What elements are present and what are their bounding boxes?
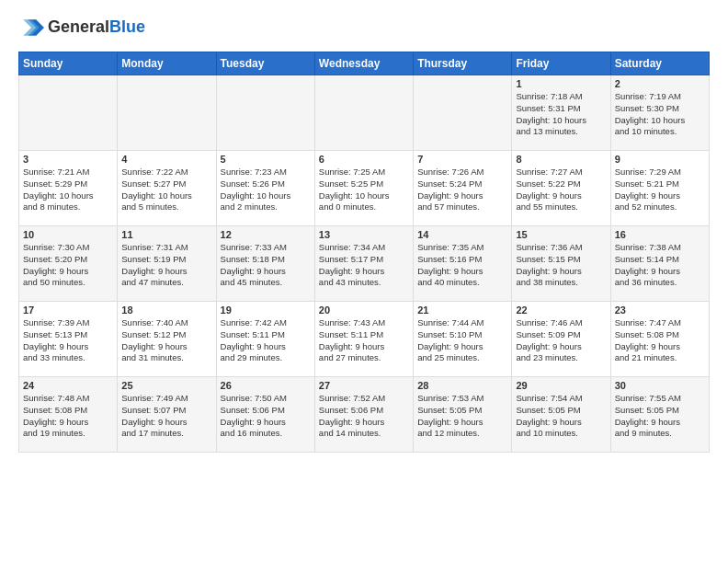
page-container: GeneralBlue SundayMondayTuesdayWednesday…	[0, 0, 728, 462]
day-info: Sunrise: 7:34 AM Sunset: 5:17 PM Dayligh…	[319, 242, 409, 289]
calendar-cell: 27Sunrise: 7:52 AM Sunset: 5:06 PM Dayli…	[314, 377, 413, 453]
day-number: 22	[516, 304, 606, 316]
week-row-5: 24Sunrise: 7:48 AM Sunset: 5:08 PM Dayli…	[19, 377, 710, 453]
day-number: 21	[417, 304, 507, 316]
day-info: Sunrise: 7:23 AM Sunset: 5:26 PM Dayligh…	[221, 167, 311, 213]
calendar-cell: 4Sunrise: 7:22 AM Sunset: 5:27 PM Daylig…	[118, 151, 216, 226]
calendar-cell: 14Sunrise: 7:35 AM Sunset: 5:16 PM Dayli…	[414, 226, 512, 302]
day-info: Sunrise: 7:31 AM Sunset: 5:19 PM Dayligh…	[121, 242, 211, 289]
calendar-cell: 24Sunrise: 7:48 AM Sunset: 5:08 PM Dayli…	[19, 377, 118, 453]
day-info: Sunrise: 7:47 AM Sunset: 5:08 PM Dayligh…	[615, 317, 705, 364]
calendar-cell: 17Sunrise: 7:39 AM Sunset: 5:13 PM Dayli…	[19, 302, 118, 377]
calendar-header: SundayMondayTuesdayWednesdayThursdayFrid…	[19, 52, 710, 75]
week-row-3: 10Sunrise: 7:30 AM Sunset: 5:20 PM Dayli…	[19, 226, 710, 302]
calendar-cell: 21Sunrise: 7:44 AM Sunset: 5:10 PM Dayli…	[414, 302, 512, 377]
day-info: Sunrise: 7:49 AM Sunset: 5:07 PM Dayligh…	[121, 393, 211, 440]
day-info: Sunrise: 7:27 AM Sunset: 5:22 PM Dayligh…	[516, 167, 606, 213]
day-number: 11	[121, 229, 211, 240]
day-info: Sunrise: 7:35 AM Sunset: 5:16 PM Dayligh…	[417, 242, 507, 289]
calendar-table: SundayMondayTuesdayWednesdayThursdayFrid…	[18, 52, 710, 453]
logo-text: GeneralBlue	[48, 18, 145, 37]
day-info: Sunrise: 7:42 AM Sunset: 5:11 PM Dayligh…	[221, 317, 311, 364]
day-info: Sunrise: 7:53 AM Sunset: 5:05 PM Dayligh…	[417, 393, 507, 440]
calendar-cell: 22Sunrise: 7:46 AM Sunset: 5:09 PM Dayli…	[512, 302, 610, 377]
calendar-cell: 15Sunrise: 7:36 AM Sunset: 5:15 PM Dayli…	[512, 226, 610, 302]
day-info: Sunrise: 7:48 AM Sunset: 5:08 PM Dayligh…	[23, 393, 113, 440]
day-number: 8	[516, 154, 606, 165]
calendar-cell: 6Sunrise: 7:25 AM Sunset: 5:25 PM Daylig…	[314, 151, 413, 226]
day-number: 28	[417, 380, 507, 391]
day-info: Sunrise: 7:39 AM Sunset: 5:13 PM Dayligh…	[23, 317, 113, 364]
day-number: 7	[417, 154, 507, 165]
day-number: 14	[417, 229, 507, 240]
day-number: 6	[319, 154, 409, 165]
day-number: 16	[615, 229, 705, 240]
calendar-cell: 5Sunrise: 7:23 AM Sunset: 5:26 PM Daylig…	[216, 151, 314, 226]
weekday-header-tuesday: Tuesday	[216, 52, 314, 75]
week-row-4: 17Sunrise: 7:39 AM Sunset: 5:13 PM Dayli…	[19, 302, 710, 377]
day-number: 26	[221, 380, 311, 391]
day-number: 10	[23, 229, 113, 240]
day-info: Sunrise: 7:33 AM Sunset: 5:18 PM Dayligh…	[221, 242, 311, 289]
calendar-cell: 2Sunrise: 7:19 AM Sunset: 5:30 PM Daylig…	[610, 75, 709, 151]
day-info: Sunrise: 7:38 AM Sunset: 5:14 PM Dayligh…	[615, 242, 705, 289]
day-number: 20	[319, 304, 409, 316]
day-number: 29	[516, 380, 606, 391]
day-number: 30	[615, 380, 705, 391]
calendar-cell	[414, 75, 512, 151]
calendar-body: 1Sunrise: 7:18 AM Sunset: 5:31 PM Daylig…	[19, 75, 710, 453]
weekday-header-wednesday: Wednesday	[314, 52, 413, 75]
calendar-cell: 30Sunrise: 7:55 AM Sunset: 5:05 PM Dayli…	[610, 377, 709, 453]
day-info: Sunrise: 7:26 AM Sunset: 5:24 PM Dayligh…	[417, 167, 507, 213]
calendar-cell: 28Sunrise: 7:53 AM Sunset: 5:05 PM Dayli…	[414, 377, 512, 453]
day-number: 9	[615, 154, 705, 165]
calendar-cell: 13Sunrise: 7:34 AM Sunset: 5:17 PM Dayli…	[314, 226, 413, 302]
calendar-cell	[314, 75, 413, 151]
logo: GeneralBlue	[18, 15, 145, 40]
calendar-cell: 16Sunrise: 7:38 AM Sunset: 5:14 PM Dayli…	[610, 226, 709, 302]
day-info: Sunrise: 7:55 AM Sunset: 5:05 PM Dayligh…	[615, 393, 705, 440]
day-info: Sunrise: 7:52 AM Sunset: 5:06 PM Dayligh…	[319, 393, 409, 440]
calendar-cell	[118, 75, 216, 151]
logo-icon	[18, 15, 44, 40]
calendar-cell: 10Sunrise: 7:30 AM Sunset: 5:20 PM Dayli…	[19, 226, 118, 302]
weekday-header-thursday: Thursday	[414, 52, 512, 75]
day-info: Sunrise: 7:54 AM Sunset: 5:05 PM Dayligh…	[516, 393, 606, 440]
calendar-cell	[19, 75, 118, 151]
day-number: 18	[121, 304, 211, 316]
day-number: 24	[23, 380, 113, 391]
day-number: 12	[221, 229, 311, 240]
weekday-header-sunday: Sunday	[19, 52, 118, 75]
calendar-cell: 19Sunrise: 7:42 AM Sunset: 5:11 PM Dayli…	[216, 302, 314, 377]
day-number: 5	[221, 154, 311, 165]
day-number: 23	[615, 304, 705, 316]
day-info: Sunrise: 7:43 AM Sunset: 5:11 PM Dayligh…	[319, 317, 409, 364]
day-info: Sunrise: 7:21 AM Sunset: 5:29 PM Dayligh…	[23, 167, 113, 213]
calendar-cell: 18Sunrise: 7:40 AM Sunset: 5:12 PM Dayli…	[118, 302, 216, 377]
day-info: Sunrise: 7:40 AM Sunset: 5:12 PM Dayligh…	[121, 317, 211, 364]
day-info: Sunrise: 7:30 AM Sunset: 5:20 PM Dayligh…	[23, 242, 113, 289]
week-row-2: 3Sunrise: 7:21 AM Sunset: 5:29 PM Daylig…	[19, 151, 710, 226]
day-info: Sunrise: 7:18 AM Sunset: 5:31 PM Dayligh…	[516, 91, 606, 138]
day-number: 27	[319, 380, 409, 391]
calendar-cell	[216, 75, 314, 151]
week-row-1: 1Sunrise: 7:18 AM Sunset: 5:31 PM Daylig…	[19, 75, 710, 151]
day-number: 4	[121, 154, 211, 165]
calendar-cell: 20Sunrise: 7:43 AM Sunset: 5:11 PM Dayli…	[314, 302, 413, 377]
header-row: SundayMondayTuesdayWednesdayThursdayFrid…	[19, 52, 710, 75]
day-number: 1	[516, 78, 606, 89]
day-number: 25	[121, 380, 211, 391]
day-info: Sunrise: 7:46 AM Sunset: 5:09 PM Dayligh…	[516, 317, 606, 364]
weekday-header-friday: Friday	[512, 52, 610, 75]
calendar-cell: 12Sunrise: 7:33 AM Sunset: 5:18 PM Dayli…	[216, 226, 314, 302]
day-number: 13	[319, 229, 409, 240]
calendar-cell: 8Sunrise: 7:27 AM Sunset: 5:22 PM Daylig…	[512, 151, 610, 226]
calendar-cell: 29Sunrise: 7:54 AM Sunset: 5:05 PM Dayli…	[512, 377, 610, 453]
day-number: 15	[516, 229, 606, 240]
weekday-header-saturday: Saturday	[610, 52, 709, 75]
day-number: 2	[615, 78, 705, 89]
day-info: Sunrise: 7:36 AM Sunset: 5:15 PM Dayligh…	[516, 242, 606, 289]
day-number: 3	[23, 154, 113, 165]
calendar-cell: 11Sunrise: 7:31 AM Sunset: 5:19 PM Dayli…	[118, 226, 216, 302]
day-info: Sunrise: 7:25 AM Sunset: 5:25 PM Dayligh…	[319, 167, 409, 213]
